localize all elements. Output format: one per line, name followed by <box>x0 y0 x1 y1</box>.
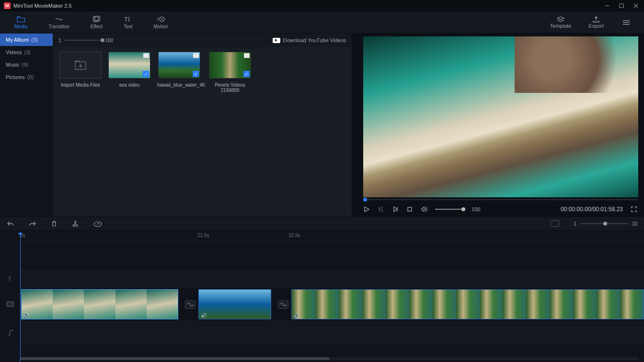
media-bar: 1 100 Download YouTube Videos <box>53 34 352 47</box>
ruler-tick: 22.5s <box>197 233 209 238</box>
sidebar-item-my-album[interactable]: My Album (3) <box>0 34 53 46</box>
youtube-icon <box>273 38 280 43</box>
video-badge-icon <box>244 53 250 58</box>
media-item-hawaii[interactable]: ✓ hawaii_blue_water_4K <box>157 52 201 93</box>
app-icon: M <box>4 2 11 9</box>
tab-label: Transition <box>48 24 69 29</box>
maximize-button[interactable] <box>617 1 626 10</box>
video-badge-icon <box>143 53 149 58</box>
transition-icon <box>55 15 63 23</box>
timecode-label: 00:00:00.00/00:01:58.23 <box>561 206 623 213</box>
timeline: 0s 22.5s 32.9s T 🔊 🔊 <box>0 231 644 362</box>
close-button[interactable] <box>632 1 640 10</box>
timeline-toolbar: 1 10 <box>0 216 644 231</box>
button-label: Template <box>550 23 572 29</box>
effect-icon <box>92 15 100 23</box>
minimize-button[interactable] <box>603 1 611 10</box>
clip-audio-icon: 🔊 <box>201 313 207 318</box>
media-item-sea-video[interactable]: ✓ sea video <box>108 52 150 93</box>
motion-icon <box>157 15 165 23</box>
sidebar-item-videos[interactable]: Videos (3) <box>0 46 53 58</box>
svg-rect-14 <box>408 207 412 211</box>
preview-canvas[interactable] <box>363 36 638 197</box>
ruler-tick: 32.9s <box>288 233 300 238</box>
svg-point-9 <box>161 19 162 20</box>
template-icon <box>556 16 565 23</box>
svg-rect-1 <box>620 4 623 8</box>
tab-label: Effect <box>91 24 103 29</box>
tab-label: Media <box>14 24 27 29</box>
stop-button[interactable] <box>406 206 413 213</box>
title-bar: M MiniTool MovieMaker 2.5 <box>0 0 644 11</box>
split-button[interactable] <box>72 220 79 227</box>
delete-button[interactable] <box>51 220 58 227</box>
tab-media[interactable]: Media <box>4 11 38 33</box>
template-button[interactable]: Template <box>541 11 580 33</box>
clip-hawaii[interactable]: 🔊 <box>198 289 271 319</box>
fullscreen-button[interactable] <box>631 206 637 213</box>
tab-transition[interactable]: Transition <box>38 11 80 33</box>
sidebar-item-count: (9) <box>22 62 28 68</box>
folder-icon <box>17 15 25 23</box>
sidebar-item-count: (3) <box>24 49 31 55</box>
download-link-label: Download YouTube Videos <box>283 37 346 43</box>
media-panel: 1 100 Download YouTube Videos Import Med… <box>53 34 352 216</box>
import-icon <box>74 60 87 70</box>
play-button[interactable] <box>363 206 370 213</box>
sidebar-item-pictures[interactable]: Pictures (0) <box>0 71 53 83</box>
music-track[interactable] <box>0 321 644 344</box>
volume-slider[interactable] <box>435 209 464 210</box>
media-grid: Import Media Files ✓ sea video ✓ hawaii_… <box>53 47 352 98</box>
svg-point-18 <box>97 224 98 225</box>
text-track[interactable]: T <box>0 270 644 287</box>
preview-controls: 100 00:00:00.00/00:01:58.23 <box>355 202 638 216</box>
next-frame-button[interactable] <box>392 206 399 213</box>
sidebar-item-count: (3) <box>31 37 37 43</box>
volume-button[interactable] <box>421 206 427 213</box>
playhead[interactable] <box>20 233 21 362</box>
timeline-scrollbar[interactable] <box>20 357 639 360</box>
thumb-zoom-min: 1 <box>58 38 61 43</box>
sidebar-item-label: Pictures <box>6 74 25 80</box>
thumb-zoom-max: 100 <box>105 38 114 43</box>
timeline-zoom-slider[interactable] <box>580 223 628 224</box>
tl-zoom-max: 10 <box>632 221 637 226</box>
speed-button[interactable] <box>93 220 103 227</box>
media-sidebar: My Album (3) Videos (3) Music (9) Pictur… <box>0 34 53 216</box>
svg-rect-20 <box>7 302 13 306</box>
clip-pexels[interactable]: 🔊 <box>291 289 644 319</box>
svg-point-15 <box>73 225 75 226</box>
media-item-pexels[interactable]: ✓ Pexels Videos 2169880 <box>208 52 252 93</box>
tab-motion[interactable]: Motion <box>143 11 179 33</box>
transition-slot-button[interactable] <box>278 300 288 309</box>
tab-effect[interactable]: Effect <box>80 11 113 33</box>
redo-button[interactable] <box>29 220 36 227</box>
video-track-icon <box>0 301 20 307</box>
hamburger-icon <box>622 19 631 26</box>
preview-scrubber[interactable] <box>363 197 638 202</box>
undo-button[interactable] <box>7 220 14 227</box>
import-media-button[interactable]: Import Media Files <box>59 52 102 93</box>
preview-panel: 100 00:00:00.00/00:01:58.23 <box>352 34 644 216</box>
app-title: MiniTool MovieMaker 2.5 <box>13 3 603 9</box>
video-track[interactable]: 🔊 🔊 🔊 <box>0 287 644 321</box>
clip-audio-icon: 🔊 <box>294 313 299 318</box>
clip-sea-video[interactable]: 🔊 <box>21 289 178 319</box>
tab-text[interactable]: T Text <box>113 11 143 33</box>
sidebar-item-count: (0) <box>27 74 34 80</box>
text-icon: T <box>124 15 132 23</box>
thumbnail-zoom-slider[interactable] <box>64 40 103 41</box>
transition-slot-button[interactable] <box>185 300 196 309</box>
export-button[interactable]: Export <box>580 11 612 33</box>
sidebar-item-music[interactable]: Music (9) <box>0 58 53 71</box>
tab-label: Text <box>124 24 132 29</box>
hamburger-menu-button[interactable] <box>612 19 640 26</box>
import-label: Import Media Files <box>61 82 100 88</box>
download-youtube-link[interactable]: Download YouTube Videos <box>273 37 346 43</box>
fit-timeline-button[interactable] <box>551 220 559 227</box>
prev-frame-button[interactable] <box>378 206 384 213</box>
timeline-ruler[interactable]: 0s 22.5s 32.9s <box>20 231 644 242</box>
tab-label: Motion <box>154 24 168 29</box>
text-track-icon: T <box>0 275 20 282</box>
svg-text:T: T <box>8 275 12 282</box>
